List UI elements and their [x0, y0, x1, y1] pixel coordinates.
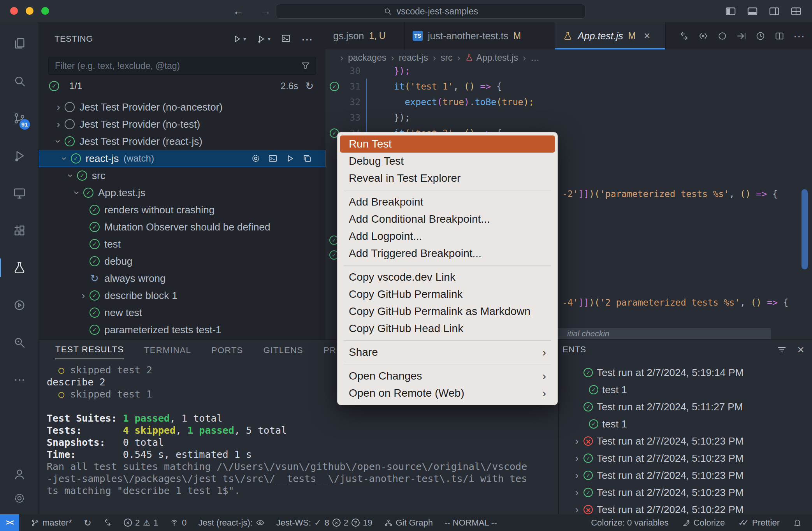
test-tree-item[interactable]: renders without crashing [39, 201, 325, 218]
gear-icon[interactable] [251, 153, 261, 164]
git-branch-item[interactable]: master* [31, 518, 72, 528]
split-editor-icon[interactable] [774, 31, 785, 41]
test-tree-item[interactable]: Jest Test Provider (no-ancestor) [39, 98, 325, 116]
test-tree-item[interactable]: src [39, 167, 325, 184]
breadcrumb-item[interactable]: › … [521, 53, 540, 63]
test-tree-item[interactable]: test [39, 236, 325, 253]
close-tab-icon[interactable]: × [644, 30, 650, 42]
test-tree-item[interactable]: parameterized tests test-1 [39, 321, 325, 338]
timeline-history-icon[interactable] [755, 31, 766, 41]
test-run-item[interactable]: Test run at 2/7/2024, 5:10:22 PM [559, 501, 812, 514]
run-chevron-icon[interactable] [570, 505, 584, 514]
test-filter-input[interactable] [48, 57, 316, 75]
close-window-button[interactable] [10, 7, 18, 15]
test-tree-item[interactable]: App.test.js [39, 184, 325, 201]
test-run-item[interactable]: Test run at 2/7/2024, 5:10:23 PM [559, 467, 812, 484]
toggle-panel-icon[interactable] [747, 5, 758, 17]
more-editor-actions-icon[interactable]: ⋯ [793, 29, 805, 43]
tab-settings-json[interactable]: gs.json 1, U [325, 22, 405, 49]
refresh-tests-icon[interactable]: ↻ [305, 80, 314, 92]
breadcrumb-item[interactable]: › src [431, 53, 453, 63]
tree-chevron-icon[interactable] [52, 119, 65, 129]
context-menu-item[interactable]: › [340, 337, 555, 344]
panel-tab[interactable]: GITLENS [263, 345, 303, 359]
context-menu-item[interactable]: Add Logpoint... › [340, 228, 555, 245]
more-views-icon[interactable] [0, 361, 39, 399]
terminal-icon[interactable] [268, 153, 278, 164]
tree-chevron-icon[interactable] [52, 102, 65, 112]
run-all-tests-button[interactable]: ▾ [232, 34, 246, 44]
run-test-icon[interactable] [285, 153, 295, 164]
testing-icon[interactable] [0, 249, 39, 287]
panel-tab[interactable]: TEST RESULTS [55, 345, 124, 359]
go-to-test-icon[interactable] [302, 153, 312, 164]
tree-chevron-icon[interactable] [52, 136, 65, 146]
run-chevron-icon[interactable] [570, 453, 584, 463]
prettier-item[interactable]: ✓✓ Prettier [738, 518, 780, 528]
tree-chevron-icon[interactable] [58, 153, 71, 164]
context-menu-item[interactable]: › [340, 361, 555, 367]
source-control-icon[interactable]: 91 [0, 100, 39, 137]
context-menu-item[interactable]: Open on Remote (Web) › [340, 385, 555, 402]
run-debug-icon[interactable] [0, 137, 39, 174]
open-changes-icon[interactable] [736, 31, 747, 41]
explorer-icon[interactable] [0, 25, 39, 62]
gutter-test-pass-icon[interactable] [330, 97, 339, 107]
tab-app-test-js[interactable]: App.test.js M × [555, 22, 666, 49]
panel-tab[interactable]: PORTS [211, 345, 243, 359]
context-menu-item[interactable]: Copy vscode.dev Link › [340, 269, 555, 286]
context-menu-item[interactable]: Add Conditional Breakpoint... › [340, 211, 555, 228]
breadcrumb[interactable]: › packages › react-js › src › [325, 49, 812, 66]
run-chevron-icon[interactable] [570, 436, 584, 446]
context-menu-item[interactable]: Add Breakpoint › [340, 193, 555, 211]
run-chevron-icon[interactable] [570, 487, 584, 498]
search-view-icon[interactable] [0, 62, 39, 100]
context-menu-item[interactable]: Reveal in Test Explorer › [340, 170, 555, 187]
compare-item[interactable] [103, 518, 112, 527]
test-tree-item[interactable]: Jest Test Provider (no-test) [39, 116, 325, 133]
problems-item[interactable]: ×2 ⚠1 [124, 518, 158, 528]
remote-explorer-icon[interactable] [0, 174, 39, 212]
breadcrumb-item[interactable]: › react-js [389, 53, 428, 63]
test-tree-item[interactable]: describe block 1 [39, 287, 325, 304]
filter-funnel-icon[interactable] [301, 61, 311, 72]
minimize-window-button[interactable] [26, 7, 33, 15]
colorize-variables-item[interactable]: Colorize: 0 variables [591, 518, 668, 528]
test-run-item[interactable]: Test run at 2/7/2024, 5:10:23 PM [559, 450, 812, 467]
tab-just-another-test[interactable]: TS just-another-test.ts M [405, 22, 555, 49]
context-menu-item[interactable]: Copy GitHub Permalink as Markdown › [340, 303, 555, 320]
toggle-sidebar-icon[interactable] [725, 5, 736, 17]
jest-status-item[interactable]: Jest (react-js): [198, 518, 264, 528]
jest-orb-icon[interactable] [0, 287, 39, 324]
notifications-bell-icon[interactable] [793, 518, 802, 527]
editor-scrollbar[interactable] [801, 189, 808, 269]
colorize-item[interactable]: Colorize [682, 518, 725, 528]
close-panel-icon[interactable]: × [797, 343, 804, 356]
customize-layout-icon[interactable] [790, 5, 802, 17]
context-menu-item[interactable]: › [340, 187, 555, 193]
test-run-item[interactable]: test 1 [559, 415, 812, 433]
more-actions-icon[interactable]: ⋯ [301, 32, 313, 46]
git-graph-item[interactable]: Git Graph [384, 518, 433, 528]
test-run-item[interactable]: Test run at 2/7/2024, 5:19:14 PM [559, 364, 812, 381]
gitlens-search-icon[interactable] [0, 324, 39, 361]
test-run-item[interactable]: Test run at 2/7/2024, 5:10:23 PM [559, 484, 812, 501]
test-tree-item[interactable]: new test [39, 304, 325, 321]
test-run-item[interactable]: test 1 [559, 381, 812, 398]
test-terminal-button[interactable] [281, 33, 291, 45]
test-tree-item[interactable]: Mutation Observer should be defined [39, 218, 325, 236]
code-area[interactable]: 30 }); 31 it('test 1', () => { 32 expect… [325, 63, 800, 141]
gutter-test-pass-icon[interactable] [330, 82, 339, 91]
gutter-test-pass-icon[interactable] [330, 113, 339, 122]
open-on-github-icon[interactable] [698, 31, 708, 41]
vim-mode-item[interactable]: -- NORMAL -- [445, 518, 497, 528]
tree-chevron-icon[interactable] [65, 171, 77, 181]
context-menu-item[interactable]: Copy GitHub Permalink › [340, 286, 555, 303]
test-tree-item[interactable]: always wrong [39, 270, 325, 287]
filter-list-icon[interactable] [777, 345, 787, 355]
sync-changes-item[interactable]: ↻ [84, 517, 91, 528]
extensions-icon[interactable] [0, 212, 39, 249]
gitlens-blame-icon[interactable] [717, 31, 728, 41]
compare-changes-icon[interactable] [679, 31, 689, 41]
jest-ws-item[interactable]: Jest-WS: ✓8 ×2 ?19 [276, 518, 373, 528]
